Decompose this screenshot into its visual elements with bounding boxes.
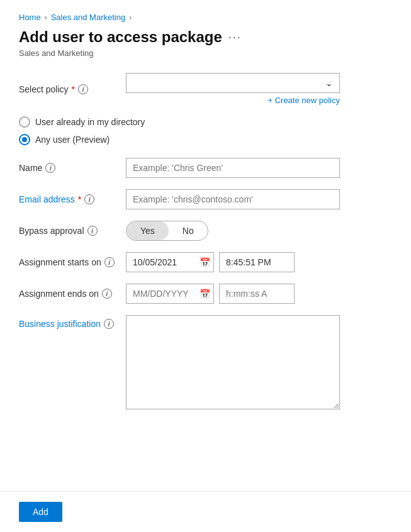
- assignment-starts-control: 📅: [126, 252, 392, 272]
- bypass-approval-control: Yes No: [126, 221, 392, 241]
- chevron-down-icon: ⌄: [325, 78, 333, 88]
- name-info-icon[interactable]: i: [45, 163, 55, 173]
- bypass-approval-toggle: Yes No: [126, 221, 208, 241]
- name-input[interactable]: [126, 158, 340, 178]
- ends-date-wrapper: 📅: [126, 284, 214, 304]
- assignment-starts-time-input[interactable]: [219, 252, 295, 272]
- assignment-ends-label: Assignment ends on i: [19, 289, 126, 299]
- select-policy-label: Select policy * i: [19, 84, 126, 94]
- name-label: Name i: [19, 163, 126, 173]
- business-justification-control: [126, 315, 392, 409]
- starts-date-wrapper: 📅: [126, 252, 214, 272]
- page-title: Add user to access package: [19, 28, 222, 46]
- breadcrumb-sep-1: ›: [45, 13, 47, 22]
- assignment-ends-time-input[interactable]: [219, 284, 295, 304]
- more-options-icon[interactable]: ···: [228, 31, 242, 44]
- business-justification-label: Business justification i: [19, 319, 126, 329]
- add-button[interactable]: Add: [19, 502, 62, 522]
- radio-user-in-directory-label: User already in my directory: [35, 117, 145, 127]
- bypass-approval-row: Bypass approval i Yes No: [19, 221, 392, 241]
- email-label: Email address * i: [19, 194, 126, 204]
- select-policy-dropdown[interactable]: ⌄: [126, 73, 340, 93]
- assignment-ends-info-icon[interactable]: i: [102, 289, 112, 299]
- footer: Add: [0, 491, 411, 532]
- business-justification-info-icon[interactable]: i: [104, 319, 114, 329]
- assignment-starts-label: Assignment starts on i: [19, 257, 126, 267]
- breadcrumb-sales[interactable]: Sales and Marketing: [51, 13, 126, 22]
- assignment-starts-date-input[interactable]: [126, 252, 214, 272]
- select-policy-info-icon[interactable]: i: [78, 84, 88, 94]
- name-row: Name i: [19, 158, 392, 178]
- create-policy-link[interactable]: + Create new policy: [126, 96, 340, 105]
- select-policy-row: Select policy * i ⌄ + Create new policy: [19, 73, 392, 105]
- bypass-approval-info-icon[interactable]: i: [87, 226, 98, 236]
- business-justification-row: Business justification i: [19, 315, 392, 409]
- required-star: *: [72, 84, 75, 94]
- email-row: Email address * i: [19, 189, 392, 209]
- email-control: [126, 189, 392, 209]
- breadcrumb-home[interactable]: Home: [19, 13, 41, 22]
- name-control: [126, 158, 392, 178]
- breadcrumb: Home › Sales and Marketing ›: [19, 13, 392, 22]
- bypass-approval-label: Bypass approval i: [19, 226, 126, 236]
- assignment-starts-info-icon[interactable]: i: [104, 257, 115, 267]
- form-section: Select policy * i ⌄ + Create new policy …: [19, 73, 392, 409]
- assignment-ends-date-input[interactable]: [126, 284, 214, 304]
- bypass-approval-yes-button[interactable]: Yes: [127, 221, 169, 240]
- email-info-icon[interactable]: i: [84, 194, 94, 204]
- page-subtitle: Sales and Marketing: [19, 48, 392, 58]
- email-required-star: *: [78, 194, 81, 204]
- user-type-radio-group: User already in my directory Any user (P…: [19, 116, 392, 145]
- bypass-approval-no-button[interactable]: No: [169, 221, 208, 240]
- assignment-starts-row: Assignment starts on i 📅: [19, 252, 392, 272]
- radio-user-in-directory-input[interactable]: [19, 116, 30, 128]
- business-justification-input[interactable]: [126, 315, 340, 409]
- select-policy-control: ⌄ + Create new policy: [126, 73, 392, 105]
- breadcrumb-sep-2: ›: [129, 13, 132, 22]
- assignment-ends-row: Assignment ends on i 📅: [19, 284, 392, 304]
- radio-any-user-label: Any user (Preview): [35, 135, 110, 145]
- select-policy-wrapper: ⌄ + Create new policy: [126, 73, 340, 105]
- email-input[interactable]: [126, 189, 340, 209]
- radio-user-in-directory[interactable]: User already in my directory: [19, 116, 392, 128]
- radio-any-user-input[interactable]: [19, 134, 30, 145]
- radio-any-user[interactable]: Any user (Preview): [19, 134, 392, 145]
- assignment-ends-control: 📅: [126, 284, 392, 304]
